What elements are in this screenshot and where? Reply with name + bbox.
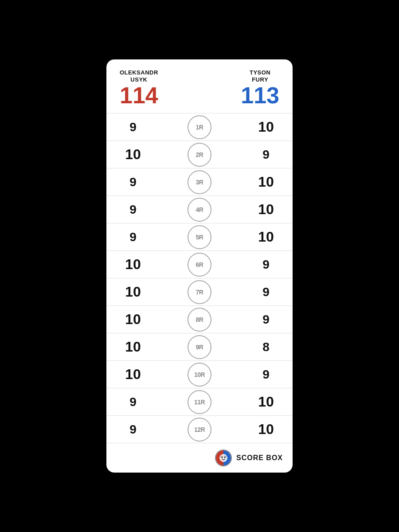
scorecard: OLEKSANDR USYK 114 TYSON FURY 113 91R101… <box>106 59 293 473</box>
round-1-label: 1R <box>196 124 203 131</box>
round-12-right-score: 10 <box>253 421 279 438</box>
scorebox-logo <box>215 450 232 466</box>
round-2-badge: 2R <box>188 143 211 167</box>
round-2-label: 2R <box>196 151 203 158</box>
fighter-right-name: TYSON FURY <box>250 69 270 83</box>
round-row-5: 95R10 <box>106 223 293 251</box>
round-3-right-score: 10 <box>253 174 279 190</box>
rounds-container: 91R10102R993R1094R1095R10106R9107R9108R9… <box>106 113 293 443</box>
round-row-9: 109R8 <box>106 333 293 361</box>
round-11-label: 11R <box>194 399 205 406</box>
round-9-label: 9R <box>196 344 203 351</box>
round-row-8: 108R9 <box>106 306 293 333</box>
round-4-label: 4R <box>196 206 203 213</box>
round-7-right-score: 9 <box>253 285 279 299</box>
fighter-left: OLEKSANDR USYK 114 <box>120 69 158 107</box>
round-row-4: 94R10 <box>106 196 293 223</box>
round-7-left-score: 10 <box>120 284 146 300</box>
round-6-label: 6R <box>196 261 203 268</box>
logo-face-icon <box>219 453 228 463</box>
round-12-left-score: 9 <box>120 422 146 437</box>
round-4-left-score: 9 <box>120 203 146 217</box>
round-4-badge: 4R <box>188 198 211 222</box>
round-5-label: 5R <box>196 234 203 241</box>
round-9-right-score: 8 <box>253 340 279 354</box>
round-2-left-score: 10 <box>120 146 146 163</box>
round-8-left-score: 10 <box>120 311 146 328</box>
round-11-left-score: 9 <box>120 395 146 409</box>
round-row-3: 93R10 <box>106 168 293 196</box>
round-10-label: 10R <box>194 371 205 378</box>
round-5-left-score: 9 <box>120 230 146 244</box>
round-8-right-score: 9 <box>253 313 279 327</box>
round-row-6: 106R9 <box>106 251 293 278</box>
round-6-left-score: 10 <box>120 256 146 273</box>
round-10-badge: 10R <box>188 363 211 387</box>
round-5-right-score: 10 <box>253 229 279 245</box>
round-9-badge: 9R <box>188 335 211 359</box>
round-2-right-score: 9 <box>253 148 279 162</box>
round-1-left-score: 9 <box>120 120 146 134</box>
round-8-badge: 8R <box>188 308 211 332</box>
footer: SCORE BOX <box>106 443 293 473</box>
round-9-left-score: 10 <box>120 339 146 355</box>
round-row-7: 107R9 <box>106 278 293 306</box>
round-row-10: 1010R9 <box>106 361 293 388</box>
round-1-right-score: 10 <box>253 119 279 135</box>
round-3-label: 3R <box>196 179 203 186</box>
round-row-2: 102R9 <box>106 141 293 168</box>
scorebox-label: SCORE BOX <box>236 454 283 462</box>
round-7-label: 7R <box>196 289 203 296</box>
round-6-right-score: 9 <box>253 258 279 272</box>
round-4-right-score: 10 <box>253 201 279 218</box>
round-5-badge: 5R <box>188 225 211 249</box>
round-10-left-score: 10 <box>120 366 146 383</box>
round-12-label: 12R <box>194 426 205 433</box>
svg-point-0 <box>219 454 227 462</box>
round-3-badge: 3R <box>188 170 211 194</box>
round-3-left-score: 9 <box>120 175 146 189</box>
round-11-right-score: 10 <box>253 394 279 410</box>
header: OLEKSANDR USYK 114 TYSON FURY 113 <box>106 59 293 113</box>
round-6-badge: 6R <box>188 253 211 277</box>
round-11-badge: 11R <box>188 390 211 414</box>
fighter-left-name: OLEKSANDR USYK <box>120 69 158 83</box>
fighter-left-total: 114 <box>120 84 158 107</box>
round-row-12: 912R10 <box>106 416 293 443</box>
fighter-right: TYSON FURY 113 <box>241 69 279 107</box>
round-1-badge: 1R <box>188 115 211 139</box>
fighter-right-total: 113 <box>241 84 279 107</box>
round-row-11: 911R10 <box>106 388 293 416</box>
round-row-1: 91R10 <box>106 113 293 141</box>
round-7-badge: 7R <box>188 280 211 304</box>
round-12-badge: 12R <box>188 418 211 442</box>
round-8-label: 8R <box>196 316 203 323</box>
round-10-right-score: 9 <box>253 368 279 382</box>
